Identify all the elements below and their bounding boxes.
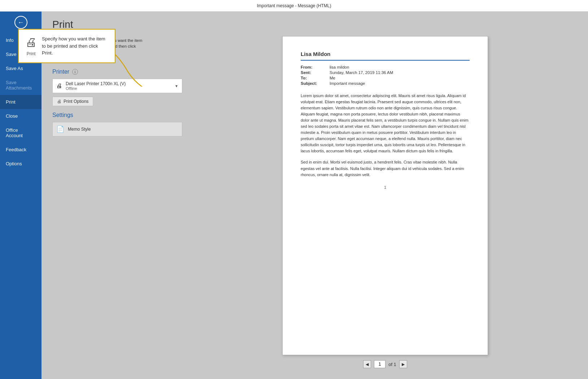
memo-style-label: Memo Style bbox=[68, 127, 91, 132]
tooltip-popup: 🖨 Print Specify how you want the item to… bbox=[42, 36, 116, 63]
printer-status: Offline bbox=[66, 86, 175, 91]
subject-value: Important message bbox=[330, 81, 470, 86]
next-page-button[interactable]: ▶ bbox=[399, 360, 407, 368]
print-options-button[interactable]: 🖨 Print Options bbox=[52, 97, 93, 106]
to-value: Me bbox=[330, 76, 470, 80]
from-value: lisa mildon bbox=[330, 65, 470, 69]
sidebar-item-save-as[interactable]: Save As bbox=[0, 61, 42, 75]
email-meta: From: lisa mildon Sent: Sunday, March 17… bbox=[301, 65, 470, 86]
sidebar-item-close[interactable]: Close bbox=[0, 109, 42, 123]
from-label: From: bbox=[301, 65, 330, 69]
sidebar-item-feedback[interactable]: Feedback bbox=[0, 143, 42, 157]
page-input[interactable] bbox=[374, 360, 386, 368]
email-body-paragraph1: Lorem ipsum dolor sit amet, consectetur … bbox=[301, 93, 470, 154]
sent-value: Sunday, March 17, 2019 11:36 AM bbox=[330, 70, 470, 75]
email-body-paragraph2: Sed in enim dui. Morbi vel euismod justo… bbox=[301, 159, 470, 178]
title-text: Important message - Message (HTML) bbox=[257, 3, 331, 8]
sidebar-item-office-account[interactable]: Office Account bbox=[0, 123, 42, 143]
page-number: 1 bbox=[301, 185, 470, 190]
print-options-icon: 🖨 bbox=[57, 99, 61, 104]
sidebar-item-save-attachments: Save Attachments bbox=[0, 75, 42, 95]
settings-section: Settings 📄 Memo Style bbox=[52, 112, 182, 136]
preview-area: Lisa Mildon From: lisa mildon Sent: Sund… bbox=[193, 36, 577, 368]
preview-paper: Lisa Mildon From: lisa mildon Sent: Sund… bbox=[282, 36, 488, 355]
sidebar: ← Info Save Save As Save Attachments Pri… bbox=[0, 12, 42, 379]
subject-label: Subject: bbox=[301, 81, 330, 86]
to-label: To: bbox=[301, 76, 330, 80]
tooltip-text: Specify how you want the item to be prin… bbox=[42, 36, 108, 57]
print-options-label: Print Options bbox=[64, 99, 88, 104]
left-panel: 🖨 Print Specify how you want the item to… bbox=[52, 36, 182, 368]
sent-label: Sent: bbox=[301, 70, 330, 75]
email-sender-name: Lisa Mildon bbox=[301, 51, 470, 61]
settings-section-title: Settings bbox=[52, 112, 182, 118]
printer-icon: 🖨 bbox=[56, 83, 62, 89]
pagination: ◀ of 1 ▶ bbox=[363, 360, 407, 368]
sidebar-item-options[interactable]: Options bbox=[0, 157, 42, 171]
settings-item-memo-style[interactable]: 📄 Memo Style bbox=[52, 122, 182, 136]
back-circle-icon[interactable]: ← bbox=[14, 16, 27, 29]
content-body: 🖨 Print Specify how you want the item to… bbox=[42, 36, 588, 379]
prev-page-button[interactable]: ◀ bbox=[363, 360, 371, 368]
sidebar-item-print[interactable]: Print bbox=[0, 95, 42, 109]
memo-style-icon: 📄 bbox=[56, 125, 64, 133]
app-body: ← Info Save Save As Save Attachments Pri… bbox=[0, 12, 588, 379]
title-bar: Important message - Message (HTML) bbox=[0, 0, 588, 12]
of-label: of 1 bbox=[388, 362, 396, 367]
info-icon[interactable]: ℹ bbox=[72, 69, 78, 75]
main-content: Print 🖨 Print Specify how you want the i… bbox=[42, 12, 588, 379]
page-title: Print bbox=[42, 12, 588, 36]
